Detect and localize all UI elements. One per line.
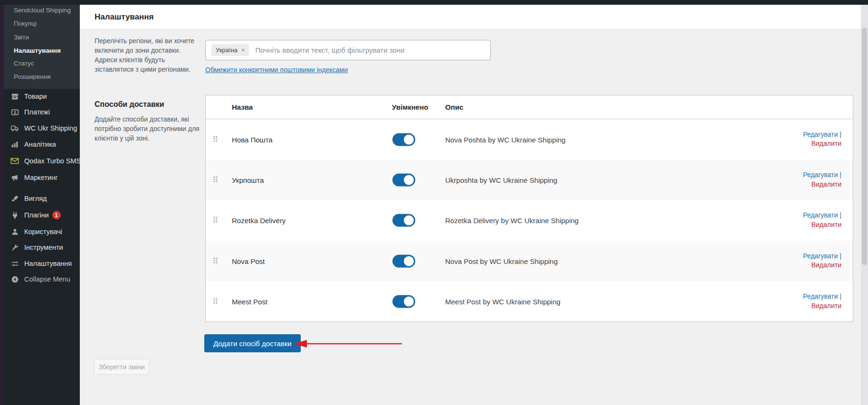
- sidebar-item-label: Налаштування: [24, 260, 72, 267]
- truck-icon: [10, 123, 19, 133]
- sidebar-item-wc-ukr-shipping[interactable]: WC Ukr Shipping: [4, 123, 80, 133]
- sliders-icon: [10, 259, 19, 268]
- bar-chart-icon: [10, 140, 19, 149]
- admin-bar: [0, 0, 868, 5]
- sidebar-item-analytics[interactable]: Аналітика: [4, 139, 80, 150]
- table-row: ⠿ Rozetka Delivery Rozetka Delivery by W…: [206, 200, 853, 241]
- sidebar-item-label: Інструменти: [24, 244, 63, 251]
- enabled-toggle[interactable]: [392, 133, 415, 146]
- payments-icon: $: [10, 107, 19, 117]
- sidebar-item-sendcloud-shipping[interactable]: Sendcloud Shipping: [14, 7, 76, 15]
- delete-link[interactable]: Видалити: [803, 140, 841, 149]
- column-header-enabled: Увімкнено: [392, 95, 428, 119]
- method-description: Ukrposhta by WC Ukraine Shipping: [445, 176, 557, 184]
- delete-link[interactable]: Видалити: [803, 180, 841, 189]
- row-actions: Редагувати | Видалити: [803, 170, 841, 189]
- delete-link[interactable]: Видалити: [803, 220, 841, 230]
- sidebar-item-label: WC Ukr Shipping: [24, 124, 77, 132]
- sidebar-item-settings[interactable]: Налаштування: [4, 258, 80, 269]
- row-actions: Редагувати | Видалити: [803, 292, 841, 311]
- sidebar-item-extensions[interactable]: Розширення: [14, 73, 76, 82]
- delete-link[interactable]: Видалити: [803, 301, 841, 311]
- admin-sidebar: Sendcloud Shipping Покупці Звіти Налашту…: [4, 5, 80, 405]
- main-content: Регіони зон Налаштування Перелічіть регі…: [80, 5, 868, 405]
- method-description: Nova Post by WC Ukraine Shipping: [445, 257, 558, 265]
- sidebar-item-customers[interactable]: Покупці: [14, 20, 76, 28]
- add-shipping-method-button[interactable]: Додати спосіб доставки: [204, 334, 301, 352]
- paintbrush-icon: [10, 194, 19, 203]
- method-name: Нова Пошта: [232, 135, 273, 143]
- enabled-toggle[interactable]: [392, 174, 415, 187]
- drag-handle-icon[interactable]: ⠿: [212, 217, 218, 225]
- delete-link[interactable]: Видалити: [803, 261, 841, 271]
- sidebar-item-appearance[interactable]: Вигляд: [4, 193, 80, 204]
- method-description: Rozetka Delivery by WC Ukraine Shipping: [445, 217, 579, 225]
- method-description: Meest Post by WC Ukraine Shipping: [445, 298, 561, 306]
- row-actions: Редагувати | Видалити: [803, 252, 841, 270]
- zone-region-input[interactable]: Україна × Почніть вводити текст, щоб філ…: [205, 40, 491, 60]
- sidebar-item-products[interactable]: Товари: [4, 91, 80, 102]
- sidebar-item-label: Маркетинг: [24, 174, 58, 181]
- drag-handle-icon[interactable]: ⠿: [212, 298, 218, 306]
- toggle-knob: [403, 215, 415, 226]
- sidebar-item-tools[interactable]: Інструменти: [4, 242, 80, 253]
- sidebar-item-plugins[interactable]: Плагіни 1: [4, 210, 80, 220]
- sidebar-item-settings-active[interactable]: Налаштування: [14, 47, 76, 56]
- row-actions: Редагувати | Видалити: [803, 211, 841, 230]
- toggle-knob: [403, 296, 415, 308]
- sidebar-item-users[interactable]: Користувачі: [4, 226, 80, 237]
- sidebar-item-label: Вигляд: [24, 195, 47, 202]
- drag-handle-icon[interactable]: ⠿: [212, 257, 218, 265]
- shipping-methods-heading: Способи доставки: [95, 100, 164, 109]
- scrollbar-thumb[interactable]: [862, 28, 867, 265]
- remove-tag-icon[interactable]: ×: [241, 47, 245, 54]
- limit-postcodes-link[interactable]: Обмежити конкретними поштовими індексами: [205, 66, 348, 74]
- toggle-knob: [403, 133, 415, 145]
- drag-handle-icon[interactable]: ⠿: [212, 176, 218, 184]
- enabled-toggle[interactable]: [392, 214, 415, 227]
- method-name: Rozetka Delivery: [232, 217, 286, 225]
- enabled-toggle[interactable]: [392, 254, 415, 267]
- sidebar-item-qodax-turbo-sms[interactable]: Qodax Turbo SMS: [4, 156, 80, 166]
- toggle-knob: [403, 174, 415, 186]
- svg-text:$: $: [14, 110, 16, 114]
- table-row: ⠿ Укрпошта Ukrposhta by WC Ukraine Shipp…: [206, 160, 853, 200]
- woocommerce-submenu: Sendcloud Shipping Покупці Звіти Налашту…: [4, 5, 80, 89]
- method-name: Meest Post: [232, 298, 267, 306]
- table-row: ⠿ Meest Post Meest Post by WC Ukraine Sh…: [206, 282, 853, 322]
- collapse-arrow-icon: [10, 274, 19, 284]
- edit-link[interactable]: Редагувати |: [803, 252, 841, 261]
- red-arrow-annotation: [293, 338, 404, 349]
- row-actions: Редагувати | Видалити: [803, 130, 841, 149]
- sidebar-item-label: Аналітика: [24, 141, 56, 148]
- shipping-methods-table: Назва Увімкнено Опис ⠿ Нова Пошта Nova P…: [205, 95, 853, 322]
- save-changes-button[interactable]: Зберегти зміни: [94, 359, 149, 375]
- sidebar-item-reports[interactable]: Звіти: [14, 34, 76, 42]
- edit-link[interactable]: Редагувати |: [803, 211, 841, 221]
- drag-handle-icon[interactable]: ⠿: [212, 135, 218, 143]
- enabled-toggle[interactable]: [392, 295, 415, 308]
- sidebar-item-collapse-menu[interactable]: Collapse Menu: [4, 274, 80, 284]
- screen: Sendcloud Shipping Покупці Звіти Налашту…: [0, 0, 868, 405]
- sidebar-item-marketing[interactable]: Маркетинг: [4, 172, 80, 183]
- edit-link[interactable]: Редагувати |: [803, 170, 841, 180]
- edit-link[interactable]: Редагувати |: [803, 292, 841, 302]
- sidebar-item-label: Collapse Menu: [24, 275, 70, 283]
- scrollbar-track[interactable]: [861, 5, 868, 405]
- window-edge: [0, 0, 4, 405]
- column-header-name: Назва: [232, 95, 253, 119]
- sidebar-item-label: Товари: [24, 93, 47, 100]
- plugins-update-badge: 1: [52, 211, 61, 219]
- settings-sticky-header: Налаштування: [80, 5, 868, 29]
- user-icon: [10, 227, 19, 236]
- column-header-description: Опис: [445, 95, 463, 119]
- sidebar-item-status[interactable]: Статус: [14, 60, 76, 68]
- edit-link[interactable]: Редагувати |: [803, 130, 841, 140]
- sidebar-item-label: Платежі: [24, 108, 50, 116]
- sidebar-item-payments[interactable]: $ Платежі: [4, 107, 80, 117]
- table-header-row: Назва Увімкнено Опис: [206, 95, 853, 119]
- method-description: Nova Poshta by WC Ukraine Shipping: [445, 135, 565, 143]
- envelope-icon: [10, 156, 19, 166]
- wrench-icon: [10, 243, 19, 252]
- sidebar-item-label: Користувачі: [24, 228, 62, 235]
